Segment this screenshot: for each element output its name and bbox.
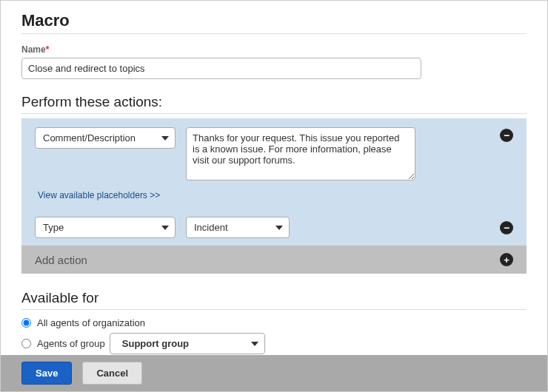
- add-action-label: Add action: [35, 254, 87, 266]
- radio-label: All agents of organization: [37, 317, 145, 328]
- action-row: Comment/Description Thanks for your requ…: [21, 118, 527, 189]
- minus-icon: −: [504, 223, 509, 233]
- radio-label: Agents of group: [37, 338, 105, 349]
- name-label-text: Name: [21, 44, 46, 55]
- actions-container: Comment/Description Thanks for your requ…: [21, 118, 527, 274]
- name-input[interactable]: [21, 58, 421, 79]
- divider: [21, 33, 527, 34]
- action-field-select[interactable]: Type: [35, 217, 176, 238]
- divider: [21, 113, 527, 114]
- action-row: Type Incident −: [21, 209, 527, 246]
- radio-row-all-agents[interactable]: All agents of organization: [21, 317, 527, 328]
- placeholders-wrap: View available placeholders >>: [21, 189, 527, 209]
- radio-agents-group[interactable]: [21, 339, 31, 348]
- remove-action-button[interactable]: −: [500, 221, 513, 234]
- add-action-row[interactable]: Add action +: [21, 246, 527, 274]
- available-heading: Available for: [21, 290, 527, 306]
- required-marker: *: [46, 44, 50, 55]
- footer-bar: Save Cancel: [1, 355, 547, 391]
- page-title: Macro: [21, 11, 527, 30]
- name-label: Name*: [21, 44, 527, 55]
- cancel-button[interactable]: Cancel: [82, 362, 142, 385]
- actions-heading: Perform these actions:: [21, 94, 527, 110]
- minus-icon: −: [504, 130, 509, 141]
- radio-all-agents[interactable]: [21, 318, 31, 328]
- add-action-button[interactable]: +: [500, 253, 513, 266]
- action-value-textarea[interactable]: Thanks for your request. This issue you …: [186, 127, 415, 180]
- group-select[interactable]: Support group: [110, 333, 265, 354]
- action-value-select[interactable]: Incident: [186, 217, 290, 238]
- save-button[interactable]: Save: [21, 362, 72, 385]
- plus-icon: +: [504, 255, 509, 265]
- divider: [21, 309, 527, 310]
- remove-action-button[interactable]: −: [500, 129, 513, 142]
- view-placeholders-link[interactable]: View available placeholders >>: [35, 190, 160, 200]
- radio-row-agents-group[interactable]: Agents of group Support group: [21, 333, 527, 354]
- action-field-select[interactable]: Comment/Description: [35, 127, 176, 149]
